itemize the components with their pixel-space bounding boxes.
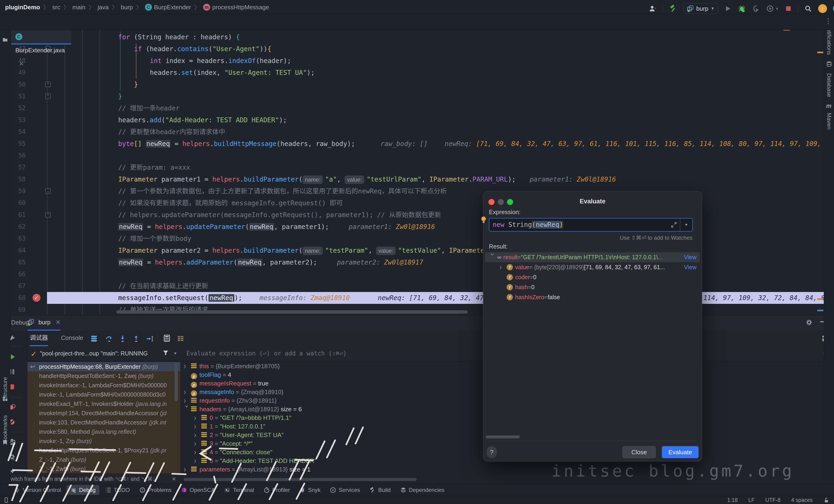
- code-line[interactable]: IParameter parameter2 = helpers.buildPar…: [118, 245, 539, 256]
- code-line[interactable]: // helpers.updateParameter(messageInfo.g…: [118, 209, 441, 221]
- frame-row[interactable]: invokeExact_MT:-1, Invokers$Holder (java…: [27, 399, 180, 409]
- profiler-attach-icon[interactable]: [752, 5, 760, 13]
- code-line[interactable]: // 更新整体header内容到请求体中: [118, 126, 225, 138]
- result-row[interactable]: fhash = 0: [485, 282, 700, 292]
- code-line[interactable]: // 在当前请求基础上进行更新: [118, 280, 208, 292]
- frames-vscrollbar[interactable]: [175, 363, 178, 401]
- toolwindow-button-todo[interactable]: TODO: [101, 485, 134, 495]
- result-row[interactable]: fcoder = 0: [485, 272, 700, 282]
- debug-session-tab[interactable]: burp ✕: [27, 315, 61, 330]
- help-button[interactable]: ?: [487, 446, 497, 458]
- expand-chevron-icon[interactable]: ›: [194, 422, 200, 431]
- toolwindow-button-build[interactable]: Build: [366, 485, 394, 495]
- error-stripe-mark[interactable]: [817, 52, 823, 53]
- toolwindow-button-opensca[interactable]: OpenSCA: [177, 485, 219, 495]
- editor-hscrollbar[interactable]: [116, 311, 468, 314]
- frame-row[interactable]: invoke:-1, LambdaForm$MH/0x0000000800d3c…: [27, 390, 180, 399]
- toolwindow-button-dependencies[interactable]: Dependencies: [396, 485, 448, 495]
- code-line[interactable]: }: [134, 78, 138, 90]
- breadcrumb-item[interactable]: main: [72, 0, 85, 15]
- expand-icon[interactable]: [671, 221, 677, 228]
- code-line[interactable]: for (String header : headers) {: [118, 31, 240, 43]
- variables-hscrollbar[interactable]: [184, 478, 417, 481]
- frame-row[interactable]: handleHttpRequestToBeSent:-1, Zwej (burp…: [27, 371, 180, 381]
- expand-chevron-icon[interactable]: ›: [184, 465, 190, 474]
- code-line[interactable]: // 增加一个参数到body: [118, 233, 191, 245]
- toolwindow-button-snyk[interactable]: Snyk: [295, 485, 324, 495]
- run-button[interactable]: [724, 5, 732, 12]
- ide-sphere-icon[interactable]: [833, 4, 834, 13]
- breakpoint-icon[interactable]: ✓: [32, 294, 41, 302]
- close-button[interactable]: Close: [622, 446, 656, 458]
- step-out-icon[interactable]: [132, 335, 140, 343]
- intention-bulb-icon[interactable]: [480, 215, 487, 223]
- expand-chevron-icon[interactable]: ›: [500, 262, 506, 272]
- breadcrumb-item[interactable]: pluginDemo: [5, 0, 40, 15]
- device-icon[interactable]: [3, 497, 9, 503]
- frame-row[interactable]: invoke:103, DirectMethodHandleAccessor (…: [27, 418, 180, 427]
- expand-chevron-icon[interactable]: ›: [184, 362, 190, 371]
- tab-debugger[interactable]: 调试器: [30, 330, 48, 346]
- close-icon[interactable]: ✕: [56, 319, 61, 326]
- filter-funnel-icon[interactable]: [162, 349, 169, 357]
- frame-row[interactable]: invokeInterface:-1, LambdaForm$DMH/0x000…: [27, 381, 180, 390]
- code-line[interactable]: int index = headers.indexOf(header);: [150, 55, 291, 67]
- close-icon[interactable]: ✕: [19, 61, 24, 67]
- run-to-cursor-icon[interactable]: [146, 335, 154, 343]
- debug-button[interactable]: [738, 4, 746, 13]
- toolwindow-button-terminal[interactable]: Terminal: [220, 485, 258, 495]
- status-item[interactable]: UTF-8: [765, 496, 781, 504]
- breadcrumb-item[interactable]: mprocessHttpMessage: [203, 0, 269, 15]
- frame-row[interactable]: Z_:-1, Zwf9 (burp): [27, 464, 180, 474]
- fold-marker-icon[interactable]: ⌄: [45, 188, 51, 194]
- code-line[interactable]: headers.set(index, "User-Agent: TEST UA"…: [150, 67, 315, 78]
- layout-icon[interactable]: [90, 335, 98, 342]
- status-item[interactable]: 4 spaces: [791, 496, 813, 504]
- unlock-icon[interactable]: [823, 497, 829, 503]
- code-line[interactable]: // 更新param: a=xxx: [118, 162, 190, 174]
- code-line[interactable]: if (header.contains("User-Agent")){: [134, 43, 271, 55]
- expand-chevron-icon[interactable]: ›: [194, 457, 200, 465]
- view-link[interactable]: View: [684, 262, 697, 272]
- build-hammer-icon[interactable]: [669, 4, 677, 13]
- code-line[interactable]: IParameter parameter1 = helpers.buildPar…: [118, 174, 616, 185]
- result-hscrollbar[interactable]: [486, 435, 520, 438]
- breadcrumb-item[interactable]: java: [97, 0, 109, 15]
- evaluate-button[interactable]: Evaluate: [662, 446, 699, 458]
- toolwindow-button-profiler[interactable]: Profiler: [260, 485, 294, 495]
- threads-dropdown[interactable]: ✓ "pool-project-thre...oup "main": RUNNI…: [27, 346, 180, 361]
- toolwindow-button-services[interactable]: Services: [326, 485, 364, 495]
- tab-burpextender[interactable]: C BurpExtender.java ✕: [11, 30, 71, 44]
- sidebar-item-database[interactable]: Database: [826, 73, 832, 97]
- breadcrumb-item[interactable]: burp: [121, 0, 133, 15]
- editor-options-kebab-icon[interactable]: ⋮: [825, 17, 832, 25]
- fold-marker-icon[interactable]: ⌃: [45, 82, 51, 87]
- tab-console[interactable]: Console: [61, 330, 83, 345]
- expand-chevron-icon[interactable]: ›: [184, 388, 190, 396]
- sidebar-item-bookmarks[interactable]: Bookmarks: [2, 415, 8, 443]
- toolwindow-button-problems[interactable]: Problems: [135, 485, 175, 495]
- stop-button[interactable]: [785, 5, 792, 12]
- status-item[interactable]: 1:18: [727, 496, 738, 504]
- expression-input[interactable]: new String(newReq) ▼: [489, 218, 693, 232]
- result-row[interactable]: fhashIsZero = false: [485, 292, 700, 302]
- code-line[interactable]: byte[] newReq = helpers.buildHttpMessage…: [118, 138, 824, 150]
- settings-gear-icon[interactable]: [805, 319, 813, 326]
- history-dropdown-icon[interactable]: ▼: [680, 219, 692, 231]
- breadcrumb-item[interactable]: src: [52, 0, 60, 15]
- error-stripe-mark[interactable]: [817, 298, 823, 300]
- result-row[interactable]: ›∞result = "GET /?a=testUrlParam HTTP/1.…: [485, 252, 700, 262]
- fold-marker-icon[interactable]: ⌃: [45, 93, 51, 99]
- run-config-chip[interactable]: burp ▼: [683, 3, 718, 14]
- close-icon[interactable]: ✕: [172, 474, 176, 484]
- step-over-icon[interactable]: [105, 335, 113, 343]
- view-link[interactable]: View: [684, 252, 697, 262]
- more-options-icon[interactable]: [177, 335, 184, 342]
- expand-chevron-icon[interactable]: ›: [194, 439, 200, 448]
- result-row[interactable]: ›fvalue = {byte[220]@18929} [71, 69, 84,…: [485, 262, 700, 272]
- frame-row[interactable]: invoke:580, Method (java.lang.reflect): [27, 427, 180, 436]
- fold-marker-icon[interactable]: ⌃: [45, 212, 51, 217]
- code-line[interactable]: newReq = helpers.updateParameter(newReq,…: [118, 221, 435, 233]
- expand-chevron-icon[interactable]: ›: [194, 431, 200, 439]
- frame-row[interactable]: Z_:-1, Znah (burp): [27, 455, 180, 464]
